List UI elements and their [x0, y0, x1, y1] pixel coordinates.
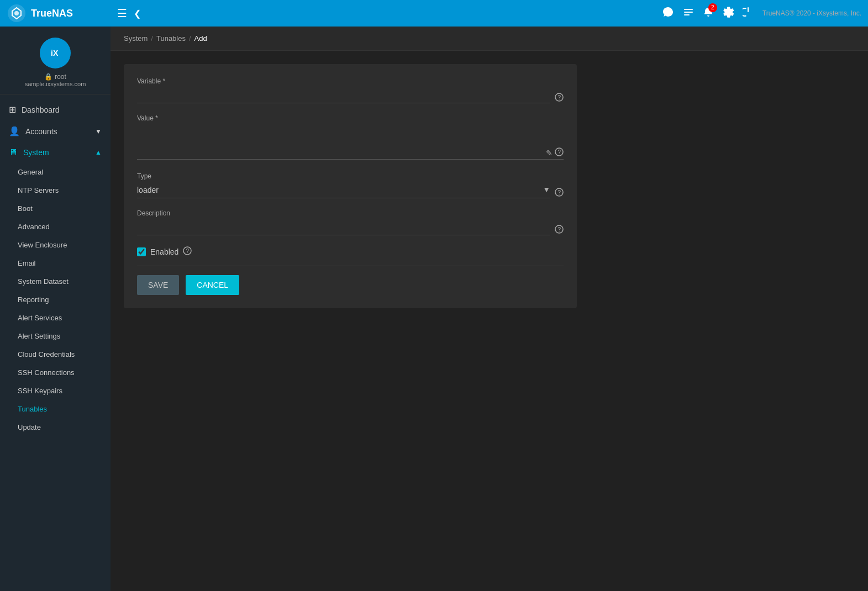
sidebar-item-system-dataset[interactable]: System Dataset [0, 272, 111, 291]
svg-text:?: ? [558, 149, 561, 155]
sidebar-item-advanced[interactable]: Advanced [0, 218, 111, 236]
gear-svg-icon [723, 7, 734, 18]
copyright-text: TrueNAS® 2020 - iXsystems, Inc. [762, 9, 861, 17]
variable-input[interactable] [137, 87, 550, 103]
enabled-label[interactable]: Enabled [150, 247, 178, 256]
textarea-icons: ✎ ? [546, 147, 564, 158]
accounts-chevron-icon: ▼ [95, 128, 102, 135]
svg-rect-2 [684, 9, 693, 10]
sidebar-item-cloud-credentials[interactable]: Cloud Credentials [0, 345, 111, 363]
power-icon[interactable] [743, 7, 754, 20]
topbar-actions: 2 TrueNAS® 2020 - iXsystems, Inc. [662, 6, 861, 21]
variable-field: Variable * ? [137, 77, 564, 103]
sidebar-item-tunables[interactable]: Tunables [0, 400, 111, 418]
value-label: Value * [137, 114, 564, 122]
sidebar-nav: ⊞ Dashboard 👤 Accounts ▼ 🖥 System ▲ Gene… [0, 94, 111, 591]
value-textarea-wrapper: ✎ ? [137, 124, 564, 161]
enabled-help-svg-icon: ? [183, 246, 192, 255]
sidebar-item-dashboard[interactable]: ⊞ Dashboard [0, 99, 111, 120]
save-button[interactable]: SAVE [137, 275, 179, 295]
svg-text:?: ? [558, 189, 561, 196]
svg-text:?: ? [558, 94, 561, 101]
sidebar-item-update[interactable]: Update [0, 418, 111, 436]
enabled-field: Enabled ? [137, 246, 564, 257]
form-container: Variable * ? Value * [111, 51, 868, 321]
sidebar-username: root [55, 73, 66, 81]
sidebar-item-alert-services[interactable]: Alert Services [0, 309, 111, 327]
variable-row: Variable * ? [137, 77, 564, 103]
description-help-icon[interactable]: ? [555, 225, 564, 235]
breadcrumb-sep-1: / [151, 34, 153, 43]
type-field: Type loader rc sysctl ▼ ? [137, 172, 564, 198]
breadcrumb-system[interactable]: System [124, 34, 148, 43]
breadcrumb: System / Tunables / Add [111, 27, 868, 51]
description-field: Description ? [137, 209, 564, 235]
sidebar-item-reporting[interactable]: Reporting [0, 291, 111, 309]
enabled-checkbox[interactable] [137, 247, 146, 256]
type-help-icon[interactable]: ? [555, 188, 564, 198]
value-edit-icon[interactable]: ✎ [546, 147, 553, 158]
breadcrumb-tunables[interactable]: Tunables [156, 34, 186, 43]
description-row: Description ? [137, 209, 564, 235]
variable-help-icon[interactable]: ? [555, 93, 564, 103]
type-select[interactable]: loader rc sysctl [137, 182, 550, 198]
sidebar-item-system[interactable]: 🖥 System ▲ [0, 142, 111, 163]
avatar: iX [40, 38, 71, 68]
truenas-logo-icon [7, 3, 27, 23]
sidebar-toggle-button[interactable]: ❮ [134, 8, 141, 19]
feedback-svg-icon [662, 6, 674, 18]
value-field: Value * ✎ ? [137, 114, 564, 161]
sidebar-item-email[interactable]: Email [0, 254, 111, 272]
enabled-help-icon[interactable]: ? [183, 246, 192, 257]
truenas-feedback-icon[interactable] [662, 6, 674, 21]
sidebar-item-dashboard-label: Dashboard [22, 105, 60, 114]
hamburger-button[interactable]: ☰ [117, 7, 127, 20]
sidebar-user-section: iX 🔒 root sample.ixsystems.com [0, 27, 111, 94]
settings-icon[interactable] [723, 7, 734, 20]
notifications-badge: 2 [708, 3, 717, 12]
type-help-svg-icon: ? [555, 188, 564, 197]
accounts-icon: 👤 [9, 126, 20, 136]
sidebar-item-ssh-connections[interactable]: SSH Connections [0, 363, 111, 382]
svg-rect-3 [684, 12, 693, 13]
breadcrumb-sep-2: / [189, 34, 191, 43]
sidebar-item-ntp[interactable]: NTP Servers [0, 181, 111, 199]
sidebar-item-ssh-keypairs[interactable]: SSH Keypairs [0, 382, 111, 400]
value-help-svg-icon: ? [555, 147, 564, 156]
breadcrumb-path: System / Tunables / Add [124, 34, 207, 43]
sidebar-hostname: sample.ixsystems.com [25, 81, 86, 87]
sidebar-item-boot[interactable]: Boot [0, 199, 111, 218]
svg-text:iX: iX [51, 49, 59, 57]
value-help-icon[interactable]: ? [555, 147, 564, 158]
system-chevron-icon: ▲ [95, 149, 102, 156]
logo-text: TrueNAS [31, 8, 73, 19]
tasks-icon[interactable] [683, 7, 694, 20]
sidebar-item-alert-settings[interactable]: Alert Settings [0, 327, 111, 345]
svg-rect-4 [684, 14, 690, 15]
desc-help-svg-icon: ? [555, 225, 564, 234]
svg-point-1 [14, 11, 19, 15]
lock-indicator: 🔒 root [44, 73, 66, 81]
form-divider [137, 266, 564, 266]
svg-text:?: ? [558, 226, 561, 233]
system-submenu: General NTP Servers Boot Advanced View E… [0, 163, 111, 436]
topbar: TrueNAS ☰ ❮ 2 [0, 0, 868, 27]
cancel-button[interactable]: CANCEL [186, 275, 239, 295]
description-input[interactable] [137, 219, 550, 235]
sidebar-item-general[interactable]: General [0, 163, 111, 181]
svg-text:?: ? [186, 248, 190, 254]
ix-logo-icon: iX [45, 43, 65, 63]
type-label: Type [137, 172, 550, 180]
lock-icon: 🔒 [44, 73, 52, 81]
notifications-icon[interactable]: 2 [703, 7, 714, 20]
sidebar-item-accounts-label: Accounts [25, 127, 57, 136]
value-input[interactable] [137, 124, 564, 160]
power-svg-icon [743, 7, 754, 18]
sidebar-item-accounts[interactable]: 👤 Accounts ▼ [0, 120, 111, 142]
sidebar-item-system-label: System [23, 148, 49, 157]
form-card: Variable * ? Value * [124, 64, 577, 308]
sidebar-item-view-enclosure[interactable]: View Enclosure [0, 236, 111, 254]
variable-label: Variable * [137, 77, 550, 85]
type-select-wrapper: Type loader rc sysctl ▼ [137, 172, 550, 198]
type-row: Type loader rc sysctl ▼ ? [137, 172, 564, 198]
